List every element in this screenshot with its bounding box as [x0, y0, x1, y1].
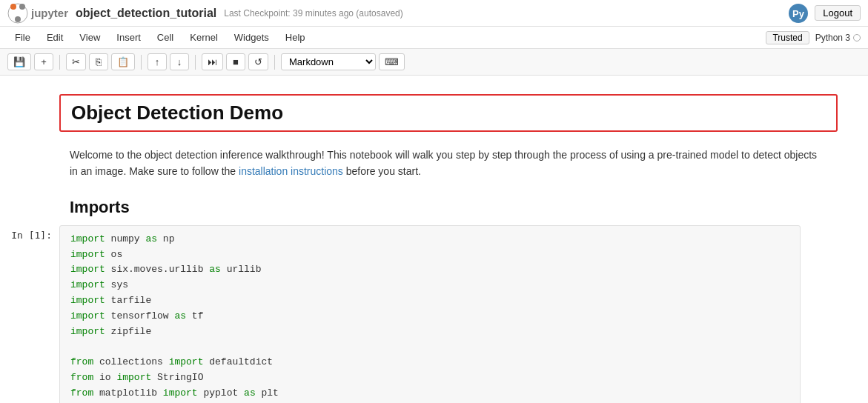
kernel-status-circle — [853, 34, 861, 41]
toolbar-save-button[interactable]: 💾 — [7, 53, 31, 70]
jupyter-logo: jupyter — [7, 3, 68, 24]
toolbar-separator-1 — [59, 55, 60, 70]
toolbar: 💾 + ✂ ⎘ 📋 ↑ ↓ ⏭ ■ ↺ Markdown Code Raw NB… — [0, 49, 868, 76]
trusted-button[interactable]: Trusted — [766, 31, 809, 44]
toolbar-move-down-button[interactable]: ↓ — [170, 53, 189, 70]
svg-point-3 — [15, 16, 21, 22]
toolbar-restart-button[interactable]: ↺ — [248, 53, 268, 70]
markdown-heading-cell: Object Detection Demo — [0, 90, 868, 140]
menu-help[interactable]: Help — [278, 30, 313, 44]
svg-point-1 — [10, 4, 16, 10]
code-line-3: import six.moves.urllib as urllib — [70, 262, 789, 278]
jupyter-brand: jupyter — [31, 7, 68, 19]
python-icon: Py — [788, 3, 809, 24]
code-line-8: from collections import defaultdict — [70, 355, 789, 370]
kernel-info: Python 3 — [815, 33, 861, 43]
code-line-2: import os — [70, 247, 789, 263]
intro-text-before-link: Welcome to the object detection inferenc… — [70, 149, 817, 177]
toolbar-cut-button[interactable]: ✂ — [66, 53, 86, 70]
imports-heading: Imports — [59, 190, 838, 222]
toolbar-move-up-button[interactable]: ↑ — [148, 53, 167, 70]
code-line-10: from matplotlib import pyplot as plt — [70, 386, 789, 402]
markdown-heading-content: Object Detection Demo — [59, 94, 838, 136]
code-line-6: import tensorflow as tf — [70, 309, 789, 324]
code-line-1: import numpy as np — [70, 232, 789, 247]
svg-point-2 — [19, 4, 25, 10]
code-cell-1: In [1]: import numpy as np import os imp… — [0, 225, 868, 403]
toolbar-paste-button[interactable]: 📋 — [111, 53, 135, 70]
toolbar-copy-button[interactable]: ⎘ — [89, 53, 108, 70]
notebook-content: Object Detection Demo Welcome to the obj… — [0, 76, 868, 403]
menu-bar: File Edit View Insert Cell Kernel Widget… — [0, 27, 868, 49]
svg-text:Py: Py — [792, 8, 805, 19]
menu-edit[interactable]: Edit — [39, 30, 70, 44]
notebook-title: object_detection_tutorial — [76, 7, 216, 20]
toolbar-run-next-button[interactable]: ⏭ — [202, 53, 223, 70]
top-bar: jupyter object_detection_tutorial Last C… — [0, 0, 868, 27]
menu-widgets[interactable]: Widgets — [227, 30, 276, 44]
heading-cell-selected[interactable]: Object Detection Demo — [59, 94, 838, 132]
code-cell-content: import numpy as np import os import six.… — [59, 225, 838, 403]
cell-label-empty-2 — [0, 144, 59, 148]
intro-text-content: Welcome to the object detection inferenc… — [59, 144, 838, 183]
menu-insert[interactable]: Insert — [109, 30, 148, 44]
intro-text-after-link: before you start. — [343, 165, 421, 177]
menu-file[interactable]: File — [7, 30, 38, 44]
cell-type-select[interactable]: Markdown Code Raw NBConvert Heading — [281, 53, 376, 70]
notebook-main-heading: Object Detection Demo — [71, 101, 826, 124]
cell-label-empty — [0, 94, 59, 99]
toolbar-separator-2 — [141, 55, 142, 70]
top-right-area: Py Logout — [788, 3, 861, 24]
imports-heading-cell: Imports — [0, 187, 868, 225]
code-line-9: from io import StringIO — [70, 370, 789, 386]
toolbar-separator-3 — [195, 55, 196, 70]
menu-kernel[interactable]: Kernel — [182, 30, 225, 44]
code-area-1[interactable]: import numpy as np import os import six.… — [59, 225, 801, 403]
installation-link[interactable]: installation instructions — [239, 165, 343, 177]
menu-view[interactable]: View — [72, 30, 107, 44]
toolbar-interrupt-button[interactable]: ■ — [226, 53, 245, 70]
intro-paragraph: Welcome to the object detection inferenc… — [59, 144, 838, 183]
code-cell-label: In [1]: — [0, 225, 59, 241]
kernel-label: Python 3 — [815, 33, 850, 43]
logout-button[interactable]: Logout — [815, 5, 861, 21]
menu-cell[interactable]: Cell — [150, 30, 181, 44]
intro-text-cell: Welcome to the object detection inferenc… — [0, 140, 868, 187]
jupyter-logo-icon — [7, 3, 28, 24]
menu-right-area: Trusted Python 3 — [766, 31, 861, 44]
cell-label-empty-3 — [0, 190, 59, 195]
checkpoint-info: Last Checkpoint: 39 minutes ago (autosav… — [224, 8, 402, 19]
code-line-5: import tarfile — [70, 293, 789, 309]
imports-heading-content: Imports — [59, 190, 838, 222]
code-line-4: import sys — [70, 278, 789, 293]
toolbar-separator-4 — [274, 55, 275, 70]
toolbar-add-cell-button[interactable]: + — [34, 53, 53, 70]
code-line-7: import zipfile — [70, 324, 789, 340]
code-line-blank — [70, 339, 789, 355]
toolbar-keyboard-button[interactable]: ⌨ — [379, 53, 405, 70]
notebook-wrapper: Object Detection Demo Welcome to the obj… — [0, 76, 868, 403]
